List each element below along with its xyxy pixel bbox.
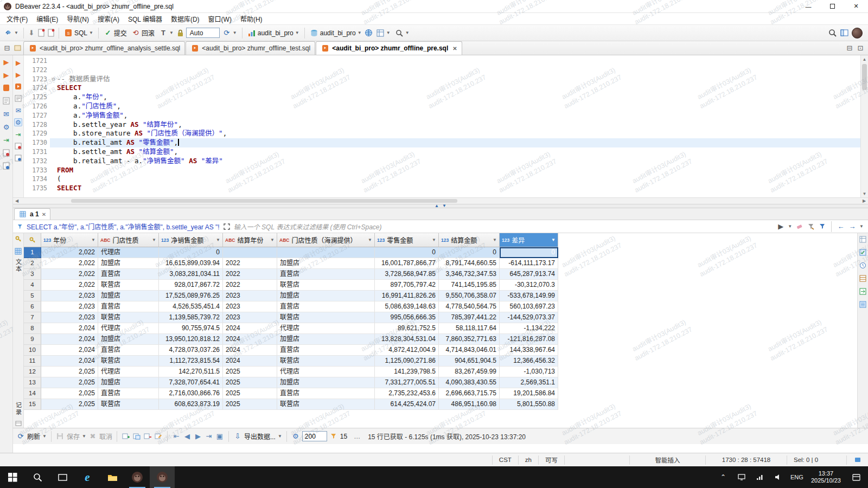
panel-grid-icon[interactable] [859,235,867,243]
grid-cell[interactable]: 加盟店 [277,291,375,301]
grid-cell[interactable]: 2,022 [41,247,98,258]
text-view-tab[interactable]: 文本 [14,259,23,273]
grid-cell[interactable]: -533,678,149.99 [500,291,558,301]
menu-item-3[interactable]: 搜索(A) [93,13,124,24]
taskbar-dbeaver-icon-2[interactable] [150,466,175,488]
output-doc-icon[interactable] [2,162,11,170]
grid-cell[interactable]: 代理店 [98,367,159,377]
execute-new-tab-icon[interactable] [14,82,22,91]
grid-cell[interactable]: 141,239,798.5 [375,367,439,377]
transaction-log-button[interactable]: T ▼ [157,28,175,38]
grid-cell[interactable]: 560,103,697.23 [500,301,558,312]
grid-cell[interactable]: 3,728,568,947.85 [375,269,439,280]
tray-chevron-up-icon[interactable]: ⌃ [714,473,732,481]
results-tab[interactable]: a 1 ✕ [14,208,50,220]
task-view-icon[interactable] [50,466,75,488]
grid-cell[interactable]: 2,735,232,453.6 [375,388,439,399]
rollback-button[interactable]: ⟲ 回滚 [130,27,156,38]
grid-cell[interactable]: 614,425,424.07 [375,399,439,410]
record-mode-tab[interactable]: 记录 [14,402,23,416]
taskbar-clock[interactable]: 13:37 2025/10/23 [807,470,845,484]
grid-cell[interactable]: 144,338,967.64 [500,345,558,356]
erase-filter-icon[interactable] [795,222,803,231]
new-connection-button[interactable]: ▼ [2,28,20,38]
tray-volume-icon[interactable] [770,474,787,480]
grid-cell[interactable]: 645,287,913.74 [500,269,558,280]
globe-icon[interactable] [365,29,373,37]
grid-cell[interactable]: 2,023 [41,312,98,323]
export-data-icon[interactable]: ⇩ [233,432,242,441]
row-number[interactable]: 11 [24,356,41,367]
row-number[interactable]: 15 [24,399,41,410]
row-number[interactable]: 12 [24,367,41,377]
row-number[interactable]: 8 [24,323,41,334]
commit-button[interactable]: ✓ 提交 [102,27,129,38]
grid-cell[interactable]: 0 [500,247,558,258]
insert-mode-indicator[interactable]: 智能插入 [629,455,705,465]
column-filter-icon[interactable]: ▼ [432,237,436,242]
output-log-icon[interactable] [14,154,22,162]
tray-network-icon[interactable] [751,474,769,480]
grid-cell[interactable]: -614,111,173.17 [500,258,558,269]
grid-cell[interactable]: 2,024 [41,356,98,367]
grid-cell[interactable] [223,247,277,258]
database-selector[interactable]: audit_bi_pro ▼ [246,28,301,38]
scroll-left-icon[interactable]: ◀ [13,198,21,203]
close-icon[interactable]: ✕ [452,46,457,52]
language-indicator[interactable]: zh [518,455,538,465]
grid-cell[interactable]: 2,024 [41,323,98,334]
column-filter-icon[interactable]: ▼ [91,237,95,242]
row-number[interactable]: 7 [24,312,41,323]
input-language-indicator[interactable]: ENG [788,474,806,480]
row-number[interactable]: 4 [24,280,41,291]
delete-row-icon[interactable] [143,432,152,441]
code-line[interactable]: 1733FROM [24,166,860,175]
grid-cell[interactable]: 2,022 [41,258,98,269]
timezone-indicator[interactable]: CST [492,455,518,465]
grid-cell[interactable]: 2024 [223,323,277,334]
row-number[interactable]: 6 [24,301,41,312]
script-unsaved-icon-2[interactable] [47,29,55,37]
column-header-6[interactable]: 123结算金额▼ [439,233,500,247]
menu-item-2[interactable]: 导航(N) [62,13,93,24]
editor-vertical-scrollbar[interactable]: ▲ ▼ [860,55,868,197]
grid-cell[interactable]: 2023 [223,291,277,301]
grid-cell[interactable]: 1,112,723,815.54 [159,356,223,367]
save-filter-icon[interactable] [806,222,815,231]
grid-cell[interactable]: 2,023 [41,301,98,312]
grid-cell[interactable]: -1,134,222 [500,323,558,334]
grid-cell[interactable]: 90,755,974.5 [159,323,223,334]
code-line[interactable]: 1721 [24,56,860,66]
expand-filter-icon[interactable] [222,222,231,231]
grid-cell[interactable]: 7,331,277,005.51 [375,377,439,388]
grid-cell[interactable]: 加盟店 [277,334,375,345]
grid-cell[interactable]: 3,083,281,034.11 [159,269,223,280]
transaction-history-button[interactable]: ⟳ ▼ [221,28,239,38]
run-marker-icon[interactable]: ▶ [2,57,11,66]
row-number[interactable]: 3 [24,269,41,280]
column-header-2[interactable]: 123净销售金额▼ [159,233,223,247]
grid-cell[interactable]: 联营店 [277,312,375,323]
column-filter-icon[interactable]: ▼ [216,237,220,242]
row-number[interactable]: 13 [24,377,41,388]
save-label[interactable]: 保存 [67,432,80,441]
grid-cell[interactable]: 2,024 [41,345,98,356]
grid-cell[interactable]: 4,778,540,564.75 [439,301,500,312]
grid-cell[interactable]: 0 [159,247,223,258]
grid-cell[interactable]: 83,267,459.99 [439,367,500,377]
close-button[interactable]: ✕ [844,0,868,13]
tray-monitor-icon[interactable] [733,474,750,480]
mail-icon[interactable]: ✉ [2,110,11,118]
grid-cell[interactable]: 9,550,706,358.07 [439,291,500,301]
column-filter-icon[interactable]: ▼ [152,237,156,242]
panel-calc-icon[interactable] [859,300,867,309]
sql-editor-button[interactable]: S SQL ▼ [62,28,95,38]
writable-indicator[interactable]: 可写 [538,455,564,465]
custom-filter-icon[interactable] [818,222,826,231]
code-line[interactable]: 1731 b.settle_amt AS "结算金额", [24,147,860,157]
taskbar-dbeaver-icon-1[interactable] [125,466,150,488]
row-number[interactable]: 5 [24,291,41,301]
error-doc-icon[interactable] [2,149,11,157]
script-unsaved-icon-1[interactable] [37,29,46,37]
grid-cell[interactable]: 加盟店 [277,377,375,388]
